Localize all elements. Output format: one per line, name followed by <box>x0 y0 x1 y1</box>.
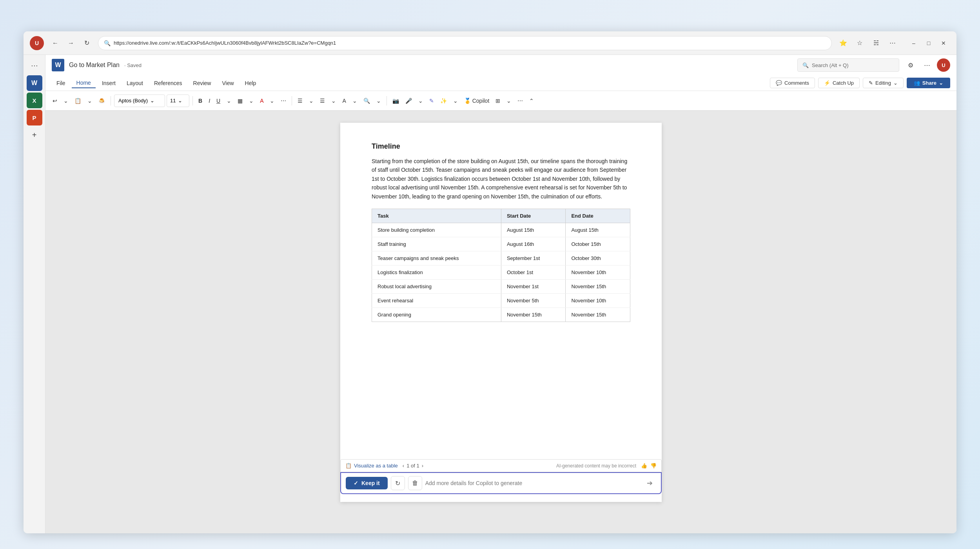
menu-layout[interactable]: Layout <box>122 78 148 88</box>
search-box[interactable]: 🔍 Search (Alt + Q) <box>797 58 899 72</box>
minimize-button[interactable]: – <box>907 36 920 50</box>
underline-dropdown[interactable]: ⌄ <box>224 95 234 107</box>
next-page-icon[interactable]: › <box>422 463 423 469</box>
add-app-button[interactable]: + <box>27 127 42 143</box>
comments-button[interactable]: 💬 Comments <box>770 78 815 88</box>
copilot-input-row: ✓ Keep it ↻ 🗑 ➔ <box>340 472 662 494</box>
menu-home[interactable]: Home <box>72 78 96 88</box>
highlight-dropdown[interactable]: ⌄ <box>247 95 256 107</box>
list-dropdown[interactable]: ⌄ <box>307 95 316 107</box>
font-name: Aptos (Body) <box>118 98 148 104</box>
align-button[interactable]: ☰ <box>318 95 327 107</box>
font-color-dropdown[interactable]: ⌄ <box>267 95 277 107</box>
regenerate-button[interactable]: ↻ <box>391 476 405 490</box>
dictate-dropdown[interactable]: ⌄ <box>416 95 425 107</box>
menu-file[interactable]: File <box>52 78 70 88</box>
doc-title-bar: W Go to Market Plan · Saved 🔍 Search (Al… <box>45 55 956 75</box>
collections-button[interactable]: ☵ <box>869 36 883 50</box>
styles-dropdown[interactable]: ⌄ <box>350 95 359 107</box>
menu-references[interactable]: References <box>149 78 187 88</box>
more-tools-button[interactable]: ⋯ <box>515 95 525 107</box>
apps-grid-icon[interactable]: ⋅⋅⋅ <box>27 58 42 74</box>
catchup-icon: ⚡ <box>824 80 830 86</box>
find-button[interactable]: 🔍 <box>361 95 372 107</box>
thumbs-down-icon[interactable]: 👎 <box>650 463 657 469</box>
table-cell-0: Grand opening <box>372 307 501 322</box>
clipboard-button[interactable]: 📋 <box>72 95 83 107</box>
font-size-selector[interactable]: 11 ⌄ <box>167 95 189 107</box>
thumbs-up-icon[interactable]: 👍 <box>641 463 647 469</box>
settings-button[interactable]: ⚙ <box>904 58 917 72</box>
table-cell-0: Logistics finalization <box>372 265 501 279</box>
feedback-buttons: 👍 👎 <box>641 463 657 469</box>
table-row: Logistics finalizationOctober 1stNovembe… <box>372 265 630 279</box>
doc-paragraph[interactable]: Starting from the completion of the stor… <box>372 157 630 201</box>
align-dropdown[interactable]: ⌄ <box>329 95 338 107</box>
close-button[interactable]: ✕ <box>937 36 950 50</box>
italic-button[interactable]: I <box>206 95 212 107</box>
menu-review[interactable]: Review <box>189 78 216 88</box>
more-tools-button[interactable]: ⋯ <box>886 36 899 50</box>
editor-button[interactable]: ✎ <box>427 95 436 107</box>
catchup-button[interactable]: ⚡ Catch Up <box>818 78 860 88</box>
profile-avatar[interactable]: U <box>30 36 44 50</box>
copilot-ribbon-button[interactable]: 🥇 Copilot <box>462 95 492 107</box>
styles-button[interactable]: A <box>340 95 348 107</box>
table-view-button[interactable]: ⊞ <box>493 95 503 107</box>
visualize-table-link[interactable]: 📋 Visualize as a table <box>345 463 398 469</box>
refresh-button[interactable]: ↻ <box>80 36 93 50</box>
dictate-button[interactable]: 🎤 <box>403 95 414 107</box>
extensions-button[interactable]: ⭐ <box>837 36 850 50</box>
forward-button[interactable]: → <box>64 36 78 50</box>
picture-button[interactable]: 📷 <box>390 95 401 107</box>
favorites-button[interactable]: ☆ <box>853 36 866 50</box>
user-avatar[interactable]: U <box>937 58 950 72</box>
send-button[interactable]: ➔ <box>643 476 656 490</box>
more-format-button[interactable]: ⋯ <box>278 95 289 107</box>
table-row: Staff trainingAugust 16thOctober 15th <box>372 237 630 251</box>
undo-button[interactable]: ↩ <box>50 95 60 107</box>
underline-button[interactable]: U <box>214 95 223 107</box>
format-toolbar: ↩ ⌄ 📋 ⌄ 🍮 Aptos (Body) ⌄ 11 ⌄ B <box>45 91 956 111</box>
url-text: https://onedrive.live.com/:w:/t/EaCKkPs6… <box>114 40 336 46</box>
clipboard-dropdown[interactable]: ⌄ <box>85 95 94 107</box>
list-button[interactable]: ☰ <box>295 95 305 107</box>
excel-icon[interactable]: X <box>27 93 42 108</box>
designer-button[interactable]: ✨ <box>438 95 449 107</box>
document-status: · Saved <box>124 62 142 68</box>
menu-view[interactable]: View <box>217 78 238 88</box>
more-button[interactable]: ⋯ <box>920 58 934 72</box>
copilot-text-input[interactable] <box>425 480 640 486</box>
search-icon: 🔍 <box>802 62 809 68</box>
menu-help[interactable]: Help <box>240 78 261 88</box>
ribbon-collapse-button[interactable]: ⌃ <box>527 95 536 107</box>
word-icon[interactable]: W <box>27 75 42 91</box>
menu-insert[interactable]: Insert <box>97 78 120 88</box>
address-bar[interactable]: 🔍 https://onedrive.live.com/:w:/t/EaCKkP… <box>98 36 832 50</box>
checkmark-icon: ✓ <box>354 480 358 486</box>
find-dropdown[interactable]: ⌄ <box>374 95 383 107</box>
table-cell-2: October 15th <box>566 237 630 251</box>
font-selector[interactable]: Aptos (Body) ⌄ <box>114 95 165 107</box>
table-view-dropdown[interactable]: ⌄ <box>504 95 514 107</box>
keep-it-button[interactable]: ✓ Keep it <box>346 477 388 489</box>
font-color-button[interactable]: A <box>258 95 266 107</box>
undo-dropdown[interactable]: ⌄ <box>61 95 71 107</box>
editing-button[interactable]: ✎ Editing ⌄ <box>863 78 904 88</box>
discard-button[interactable]: 🗑 <box>408 476 422 490</box>
powerpoint-icon[interactable]: P <box>27 110 42 125</box>
designer-dropdown[interactable]: ⌄ <box>451 95 460 107</box>
prev-page-icon[interactable]: ‹ <box>403 463 404 469</box>
highlight-button[interactable]: ▦ <box>235 95 245 107</box>
col-header-start: Start Date <box>501 209 566 223</box>
table-header-row: Task Start Date End Date <box>372 209 630 223</box>
table-cell-2: November 10th <box>566 293 630 307</box>
table-row: Event rehearsalNovember 5thNovember 10th <box>372 293 630 307</box>
maximize-button[interactable]: □ <box>922 36 935 50</box>
format-painter-button[interactable]: 🍮 <box>96 95 107 107</box>
back-button[interactable]: ← <box>49 36 62 50</box>
table-cell-1: September 1st <box>501 251 566 265</box>
left-icon-bar: ⋅⋅⋅ W X P + <box>24 55 45 533</box>
share-button[interactable]: 👥 Share ⌄ <box>907 78 950 88</box>
bold-button[interactable]: B <box>196 95 205 107</box>
